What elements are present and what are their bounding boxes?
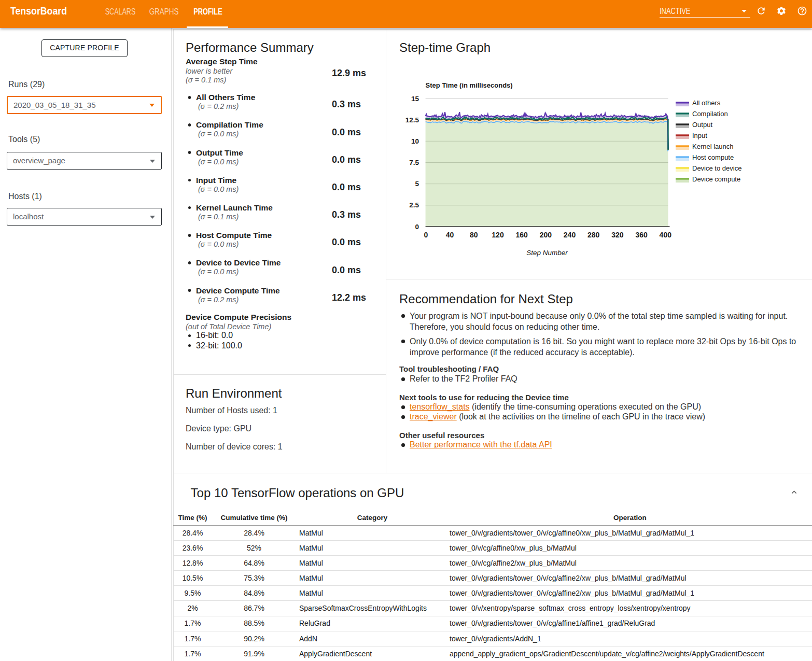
svg-text:40: 40: [446, 231, 454, 239]
svg-text:320: 320: [611, 231, 624, 239]
svg-text:5: 5: [415, 180, 419, 188]
svg-text:Device to device: Device to device: [692, 164, 741, 172]
svg-text:Step Time (in milliseconds): Step Time (in milliseconds): [426, 81, 513, 89]
svg-text:400: 400: [660, 231, 672, 239]
svg-text:Output: Output: [692, 121, 712, 129]
svg-text:All others: All others: [692, 99, 721, 107]
svg-text:2.5: 2.5: [409, 201, 419, 209]
svg-text:0: 0: [424, 231, 428, 239]
svg-text:360: 360: [635, 231, 648, 239]
svg-text:120: 120: [492, 231, 504, 239]
svg-text:160: 160: [516, 231, 528, 239]
svg-text:Step Number: Step Number: [526, 249, 568, 257]
svg-text:12.5: 12.5: [405, 116, 419, 124]
svg-text:7.5: 7.5: [409, 159, 419, 166]
svg-text:80: 80: [470, 231, 478, 239]
svg-text:280: 280: [587, 231, 600, 239]
svg-text:Host compute: Host compute: [692, 153, 734, 161]
svg-text:15: 15: [411, 95, 419, 103]
svg-text:Device compute: Device compute: [692, 175, 740, 183]
svg-text:0: 0: [415, 223, 419, 231]
svg-text:Kernel launch: Kernel launch: [692, 143, 734, 150]
svg-text:240: 240: [564, 231, 576, 239]
svg-text:200: 200: [540, 231, 552, 239]
svg-text:10: 10: [411, 137, 419, 145]
svg-text:Compilation: Compilation: [692, 110, 728, 118]
svg-text:Input: Input: [692, 132, 707, 139]
